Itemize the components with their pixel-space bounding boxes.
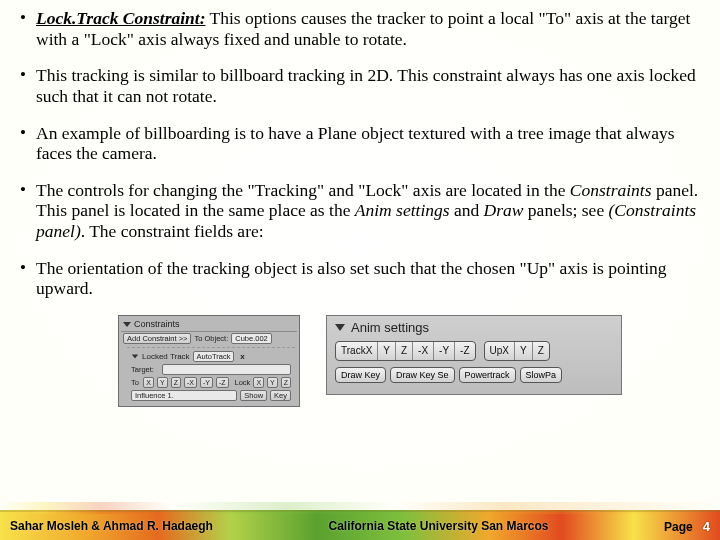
up-y-button[interactable]: Y: [515, 342, 533, 360]
constraint-name-field[interactable]: AutoTrack: [193, 351, 235, 362]
draw-row: Draw Key Draw Key Se Powertrack SlowPa: [327, 363, 621, 383]
bullet-4-e: . The constraint fields are:: [81, 221, 264, 241]
constraints-panel: Constraints Add Constraint >> To Object:…: [118, 315, 300, 407]
track-axis-group: TrackX Y Z -X -Y -Z: [335, 341, 476, 361]
anim-settings-title: Anim settings: [351, 320, 429, 335]
to-x-button[interactable]: X: [143, 377, 154, 388]
track-neg-x-button[interactable]: -X: [413, 342, 434, 360]
footer-page-label: Page: [664, 520, 693, 534]
to-neg-y-button[interactable]: -Y: [200, 377, 213, 388]
bullet-5: The orientation of the tracking object i…: [18, 258, 702, 299]
lock-z-button[interactable]: Z: [281, 377, 291, 388]
bullet-2: This tracking is similar to billboard tr…: [18, 65, 702, 106]
track-y-button[interactable]: Y: [378, 342, 396, 360]
lock-axis-label: Lock: [235, 378, 251, 387]
bullet-4-a: The controls for changing the "Tracking"…: [36, 180, 570, 200]
collapse-triangle-icon[interactable]: [123, 322, 131, 327]
draw-key-button[interactable]: Draw Key: [335, 367, 386, 383]
bullet-4-anim: Anim settings: [355, 200, 450, 220]
to-object-label: To Object:: [194, 334, 228, 343]
show-button[interactable]: Show: [240, 390, 267, 401]
to-neg-z-button[interactable]: -Z: [216, 377, 229, 388]
bullet-3: An example of billboarding is to have a …: [18, 123, 702, 164]
track-neg-y-button[interactable]: -Y: [434, 342, 455, 360]
up-z-button[interactable]: Z: [533, 342, 549, 360]
to-axis-row: To X Y Z -X -Y -Z Lock X Y Z: [129, 376, 293, 389]
track-z-button[interactable]: Z: [396, 342, 413, 360]
to-neg-x-button[interactable]: -X: [184, 377, 197, 388]
up-x-button[interactable]: UpX: [485, 342, 515, 360]
powertrack-button[interactable]: Powertrack: [459, 367, 516, 383]
footer-authors: Sahar Mosleh & Ahmad R. Hadaegh: [10, 519, 213, 533]
target-label: Target:: [131, 365, 159, 374]
constraints-panel-title: Constraints: [134, 319, 180, 329]
collapse-triangle-icon[interactable]: [335, 324, 345, 331]
influence-field[interactable]: Influence 1.: [131, 390, 237, 401]
add-constraint-button[interactable]: Add Constraint >>: [123, 333, 191, 344]
close-icon[interactable]: x: [237, 352, 247, 361]
to-z-button[interactable]: Z: [171, 377, 181, 388]
constraint-type-label: Locked Track: [142, 352, 190, 361]
slide-footer: Sahar Mosleh & Ahmad R. Hadaegh Californ…: [0, 510, 720, 540]
track-up-row: TrackX Y Z -X -Y -Z UpX Y Z: [327, 337, 621, 363]
target-field[interactable]: [162, 364, 291, 375]
lock-x-button[interactable]: X: [253, 377, 264, 388]
to-object-field[interactable]: Cube.002: [231, 333, 272, 344]
bullet-4-draw: Draw: [484, 200, 524, 220]
bullet-1: Lock.Track Constraint: This options caus…: [18, 8, 702, 49]
track-neg-z-button[interactable]: -Z: [455, 342, 474, 360]
draw-key-sel-button[interactable]: Draw Key Se: [390, 367, 455, 383]
key-button[interactable]: Key: [270, 390, 291, 401]
constraint-block: Locked Track AutoTrack x Target: To X Y …: [127, 347, 295, 404]
slide-body: Lock.Track Constraint: This options caus…: [0, 0, 720, 540]
up-axis-group: UpX Y Z: [484, 341, 550, 361]
target-row: Target:: [129, 363, 293, 376]
anim-settings-panel: Anim settings TrackX Y Z -X -Y -Z UpX Y …: [326, 315, 622, 395]
add-constraint-row: Add Constraint >> To Object: Cube.002: [121, 332, 297, 345]
slowpa-button[interactable]: SlowPa: [520, 367, 563, 383]
footer-page: Page 4: [664, 519, 710, 534]
bullet-list: Lock.Track Constraint: This options caus…: [18, 8, 702, 299]
influence-row: Influence 1. Show Key: [129, 389, 293, 402]
lock-y-button[interactable]: Y: [267, 377, 278, 388]
to-axis-label: To: [131, 378, 140, 387]
bullet-4: The controls for changing the "Tracking"…: [18, 180, 702, 242]
bullet-4-constraints: Constraints: [570, 180, 652, 200]
footer-university: California State University San Marcos: [328, 519, 548, 533]
bullet-4-d: panels; see: [523, 200, 608, 220]
track-x-button[interactable]: TrackX: [336, 342, 378, 360]
anim-settings-header: Anim settings: [327, 316, 621, 337]
bullet-1-term: Lock.Track Constraint:: [36, 8, 206, 28]
figures-row: Constraints Add Constraint >> To Object:…: [118, 315, 702, 407]
constraint-header-row: Locked Track AutoTrack x: [129, 350, 293, 363]
to-y-button[interactable]: Y: [157, 377, 168, 388]
constraints-panel-header: Constraints: [121, 318, 297, 332]
collapse-triangle-icon[interactable]: [132, 355, 138, 359]
footer-page-number: 4: [703, 519, 710, 534]
bullet-4-c: and: [450, 200, 484, 220]
